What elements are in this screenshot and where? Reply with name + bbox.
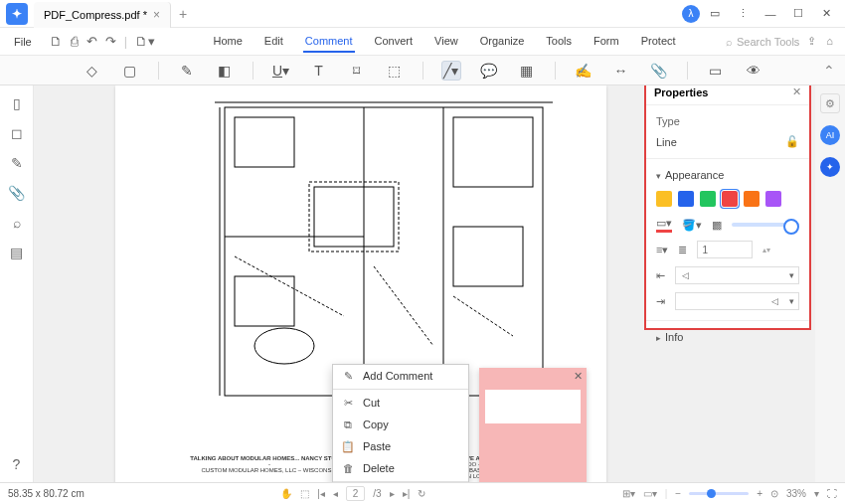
start-style-select[interactable]: ◁▾ bbox=[675, 266, 799, 284]
menu-protect[interactable]: Protect bbox=[639, 31, 678, 53]
bookmarks-icon[interactable]: ◻ bbox=[11, 125, 23, 141]
hide-tool[interactable]: ▭ bbox=[706, 61, 726, 81]
appearance-header[interactable]: ▾Appearance bbox=[656, 165, 799, 185]
note-close-icon[interactable]: ✕ bbox=[574, 370, 583, 386]
lock-icon[interactable]: 🔓 bbox=[785, 135, 799, 148]
qat-more-icon[interactable]: 🗋▾ bbox=[135, 34, 155, 49]
note-tool[interactable]: 💬 bbox=[479, 61, 499, 81]
attachment-tool[interactable]: 📎 bbox=[649, 61, 669, 81]
save-icon[interactable]: 🗋 bbox=[50, 34, 63, 49]
properties-close-icon[interactable]: ✕ bbox=[792, 85, 801, 98]
ctx-delete[interactable]: 🗑Delete bbox=[333, 457, 468, 479]
minimize-button[interactable]: — bbox=[758, 3, 783, 25]
line-weight-icon[interactable]: ≣ bbox=[678, 244, 687, 256]
zoom-slider[interactable] bbox=[689, 492, 749, 495]
area-highlight-tool[interactable]: ▢ bbox=[120, 61, 140, 81]
end-arrow-icon[interactable]: ⇥ bbox=[656, 295, 665, 308]
distance-tool[interactable]: ↔ bbox=[611, 61, 631, 81]
menu-comment[interactable]: Comment bbox=[303, 31, 355, 53]
redo-icon[interactable]: ↷ bbox=[105, 34, 116, 49]
underline-tool[interactable]: U▾ bbox=[271, 61, 291, 81]
ai-chat-icon[interactable]: ✦ bbox=[820, 157, 840, 177]
menu-organize[interactable]: Organize bbox=[478, 31, 527, 53]
line-tool[interactable]: ╱▾ bbox=[441, 61, 461, 81]
swatch-purple[interactable] bbox=[765, 191, 781, 207]
swatch-yellow[interactable] bbox=[656, 191, 672, 207]
fill-color-icon[interactable]: 🪣▾ bbox=[682, 219, 702, 232]
fields-icon[interactable]: ▤ bbox=[10, 245, 23, 260]
hand-tool-icon[interactable]: ✋ bbox=[280, 488, 292, 499]
search-panel-icon[interactable]: ⌕ bbox=[13, 215, 21, 231]
prev-page-icon[interactable]: ◂ bbox=[333, 488, 338, 499]
stamp-tool[interactable]: ▦ bbox=[517, 61, 537, 81]
page-input[interactable]: 2 bbox=[346, 486, 366, 501]
next-page-icon[interactable]: ▸ bbox=[390, 488, 395, 499]
pencil-tool[interactable]: ✎ bbox=[177, 61, 197, 81]
end-style-select[interactable]: ◁▾ bbox=[675, 292, 799, 310]
more-icon[interactable]: ⋮ bbox=[730, 3, 756, 25]
close-window-button[interactable]: ✕ bbox=[813, 3, 839, 25]
home-icon[interactable]: ⌂ bbox=[826, 35, 833, 48]
help-icon[interactable]: ? bbox=[13, 456, 21, 472]
undo-icon[interactable]: ↶ bbox=[86, 34, 97, 49]
print-icon[interactable]: ⎙ bbox=[71, 34, 79, 49]
select-tool-icon[interactable]: ⬚ bbox=[300, 488, 309, 499]
last-page-icon[interactable]: ▸| bbox=[403, 488, 411, 499]
upload-icon[interactable]: ⇪ bbox=[807, 35, 816, 48]
app-menu-icon[interactable]: ▭ bbox=[702, 3, 728, 25]
panel-toggle-icon[interactable]: ⚙ bbox=[820, 93, 840, 113]
ctx-copy[interactable]: ⧉Copy bbox=[333, 414, 468, 435]
collapse-toolbar-icon[interactable]: ⌃ bbox=[823, 63, 835, 79]
swatch-green[interactable] bbox=[700, 191, 716, 207]
zoom-in-icon[interactable]: + bbox=[757, 488, 762, 499]
menu-tools[interactable]: Tools bbox=[544, 31, 574, 53]
attachments-icon[interactable]: 📎 bbox=[8, 185, 25, 201]
fit-page-icon[interactable]: ▭▾ bbox=[643, 488, 657, 499]
callout-tool[interactable]: ⬚ bbox=[385, 61, 405, 81]
ctx-cut[interactable]: ✂Cut bbox=[333, 392, 468, 414]
thumbnails-icon[interactable]: ▯ bbox=[13, 95, 21, 111]
fit-width-icon[interactable]: ⊞▾ bbox=[622, 488, 635, 499]
text-tool[interactable]: T bbox=[309, 61, 329, 81]
ai-icon[interactable]: AI bbox=[820, 125, 840, 145]
menu-edit[interactable]: Edit bbox=[262, 31, 285, 53]
sticky-note-popup[interactable]: ✕ bbox=[479, 368, 587, 482]
start-arrow-icon[interactable]: ⇤ bbox=[656, 269, 665, 282]
maximize-button[interactable]: ☐ bbox=[785, 3, 811, 25]
document-tab[interactable]: PDF_Compress.pdf * × bbox=[34, 2, 171, 28]
ctx-add-comment[interactable]: ✎Add Comment bbox=[333, 365, 468, 387]
comments-icon[interactable]: ✎ bbox=[11, 155, 23, 171]
zoom-fit-icon[interactable]: ⊙ bbox=[770, 488, 778, 499]
zoom-out-icon[interactable]: − bbox=[675, 488, 681, 499]
file-menu[interactable]: File bbox=[4, 36, 42, 48]
thickness-input[interactable]: 1 bbox=[697, 241, 753, 258]
highlight-tool[interactable]: ◇ bbox=[83, 61, 102, 81]
line-style-icon[interactable]: ≡▾ bbox=[656, 244, 668, 256]
stroke-color-icon[interactable]: ▭▾ bbox=[656, 217, 672, 233]
search-tools[interactable]: ⌕ Search Tools bbox=[726, 36, 807, 48]
menu-form[interactable]: Form bbox=[592, 31, 621, 53]
zoom-dropdown-icon[interactable]: ▾ bbox=[814, 488, 819, 499]
note-text-area[interactable] bbox=[485, 390, 581, 423]
reflow-icon[interactable]: ↻ bbox=[418, 488, 425, 499]
menu-home[interactable]: Home bbox=[212, 31, 245, 53]
first-page-icon[interactable]: |◂ bbox=[317, 488, 325, 499]
user-badge[interactable]: λ bbox=[682, 5, 700, 23]
show-comments-tool[interactable]: 👁 bbox=[744, 61, 763, 81]
eraser-tool[interactable]: ◧ bbox=[215, 61, 235, 81]
canvas[interactable]: ⟳ A SENSE O bbox=[34, 85, 815, 482]
menu-convert[interactable]: Convert bbox=[373, 31, 416, 53]
opacity-icon[interactable]: ▩ bbox=[712, 219, 722, 232]
ctx-paste[interactable]: 📋Paste bbox=[333, 435, 468, 457]
menu-view[interactable]: View bbox=[432, 31, 460, 53]
swatch-orange[interactable] bbox=[744, 191, 760, 207]
close-tab-icon[interactable]: × bbox=[153, 8, 160, 22]
stepper-icon[interactable]: ▴▾ bbox=[762, 246, 770, 254]
fullscreen-icon[interactable]: ⛶ bbox=[827, 488, 837, 499]
swatch-red[interactable] bbox=[722, 191, 738, 207]
signature-tool[interactable]: ✍ bbox=[574, 61, 593, 81]
opacity-slider[interactable] bbox=[732, 223, 799, 227]
swatch-blue[interactable] bbox=[678, 191, 694, 207]
info-header[interactable]: ▸Info bbox=[656, 327, 799, 347]
textbox-tool[interactable]: ⌑ bbox=[347, 61, 367, 81]
